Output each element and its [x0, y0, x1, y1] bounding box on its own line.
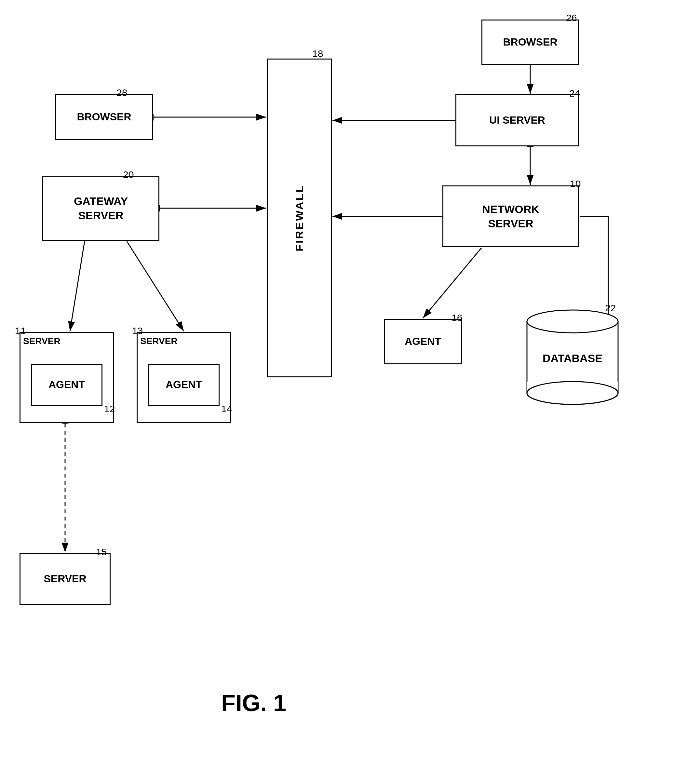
browser-26-box: BROWSER	[481, 20, 579, 65]
firewall-id: 18	[312, 48, 323, 59]
svg-line-9	[70, 241, 84, 331]
agent-16-label: AGENT	[405, 335, 441, 348]
svg-point-16	[527, 381, 618, 404]
browser-28-label: BROWSER	[77, 110, 131, 124]
ui-server-label: UI SERVER	[489, 114, 545, 127]
server-agent-11-id: 11	[15, 325, 26, 336]
figure-label: FIG. 1	[221, 690, 286, 716]
agent-11-inner: AGENT	[31, 364, 103, 406]
agent-16-box: AGENT	[384, 319, 462, 364]
ui-server-id: 24	[569, 88, 580, 99]
svg-text:DATABASE: DATABASE	[543, 352, 602, 364]
browser-26-label: BROWSER	[503, 36, 557, 49]
browser-26-id: 26	[566, 12, 577, 23]
server-15-id: 15	[96, 546, 107, 558]
network-server-id: 10	[570, 178, 581, 189]
network-server-label: NETWORKSERVER	[482, 202, 539, 231]
firewall-label: FIREWALL	[292, 184, 307, 252]
network-server-box: NETWORKSERVER	[442, 185, 579, 247]
firewall-box: FIREWALL	[267, 59, 332, 377]
server-agent-11-box: SERVER AGENT	[20, 332, 114, 423]
agent-16-id: 16	[451, 312, 462, 324]
database-svg: DATABASE	[524, 308, 621, 412]
svg-point-13	[527, 310, 618, 333]
server-13-label: SERVER	[140, 335, 177, 347]
gateway-server-label: GATEWAYSERVER	[74, 194, 128, 222]
server-agent-13-id2: 14	[221, 403, 232, 414]
agent-11-label: AGENT	[48, 378, 85, 392]
server-agent-13-id: 13	[132, 325, 143, 336]
server-agent-11-id2: 12	[104, 403, 115, 414]
gateway-server-box: GATEWAYSERVER	[42, 176, 159, 241]
browser-28-box: BROWSER	[55, 94, 153, 140]
database-id: 22	[605, 303, 616, 314]
agent-13-inner: AGENT	[148, 364, 219, 406]
server-agent-13-box: SERVER AGENT	[137, 332, 231, 423]
browser-28-id: 28	[117, 87, 127, 98]
diagram-container: FIREWALL 18 BROWSER 26 UI SERVER 24 NETW…	[0, 0, 674, 784]
server-15-box: SERVER	[20, 553, 111, 605]
svg-line-10	[127, 241, 184, 331]
ui-server-box: UI SERVER	[455, 94, 579, 146]
server-11-label: SERVER	[23, 335, 61, 347]
server-15-label: SERVER	[44, 572, 86, 586]
gateway-server-id: 20	[123, 169, 134, 180]
svg-line-8	[423, 248, 481, 318]
agent-13-label: AGENT	[166, 378, 202, 392]
